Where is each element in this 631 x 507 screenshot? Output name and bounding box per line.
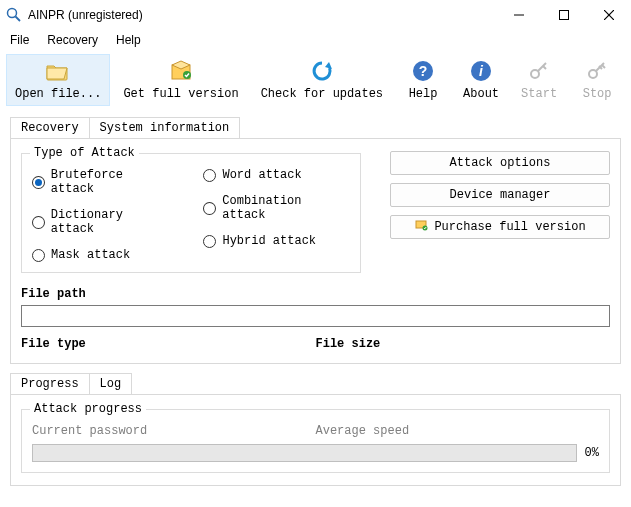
toolbar-get-full-version-label: Get full version bbox=[123, 87, 238, 101]
package-icon bbox=[167, 59, 195, 83]
radio-mask-attack[interactable]: Mask attack bbox=[32, 248, 171, 262]
toolbar-open-file-button[interactable]: Open file... bbox=[6, 54, 110, 106]
file-size-label: File size bbox=[316, 337, 611, 351]
toolbar-stop-button[interactable]: Stop bbox=[570, 54, 624, 106]
radio-word-label: Word attack bbox=[222, 168, 301, 182]
progress-bar bbox=[32, 444, 577, 462]
radio-dictionary-label: Dictionary attack bbox=[51, 208, 172, 236]
key-stop-icon bbox=[583, 59, 611, 83]
tab-log[interactable]: Log bbox=[89, 373, 133, 394]
tab-recovery[interactable]: Recovery bbox=[10, 117, 90, 138]
toolbar-check-updates-label: Check for updates bbox=[261, 87, 383, 101]
window-titlebar: AINPR (unregistered) bbox=[0, 0, 631, 30]
window-title: AINPR (unregistered) bbox=[28, 8, 143, 22]
device-manager-label: Device manager bbox=[450, 188, 551, 202]
radio-combination-label: Combination attack bbox=[222, 194, 350, 222]
bottom-tabstrip: Progress Log bbox=[10, 372, 621, 394]
tab-progress[interactable]: Progress bbox=[10, 373, 90, 394]
toolbar-stop-label: Stop bbox=[583, 87, 612, 101]
toolbar-start-button[interactable]: Start bbox=[512, 54, 566, 106]
svg-text:?: ? bbox=[419, 63, 428, 79]
cart-icon bbox=[414, 218, 428, 236]
toolbar-check-updates-button[interactable]: Check for updates bbox=[252, 54, 392, 106]
type-of-attack-group: Type of Attack Bruteforce attack Diction… bbox=[21, 153, 361, 273]
svg-point-0 bbox=[8, 9, 17, 18]
radio-dictionary-attack[interactable]: Dictionary attack bbox=[32, 208, 171, 236]
key-start-icon bbox=[525, 59, 553, 83]
toolbar-start-label: Start bbox=[521, 87, 557, 101]
attack-options-button[interactable]: Attack options bbox=[390, 151, 610, 175]
radio-hybrid-label: Hybrid attack bbox=[222, 234, 316, 248]
svg-line-1 bbox=[16, 17, 21, 22]
file-type-label: File type bbox=[21, 337, 316, 351]
file-path-input[interactable] bbox=[21, 305, 610, 327]
radio-combination-attack[interactable]: Combination attack bbox=[203, 194, 350, 222]
toolbar: Open file... Get full version Check for … bbox=[0, 50, 631, 110]
refresh-icon bbox=[308, 59, 336, 83]
recovery-tab-panel: Type of Attack Bruteforce attack Diction… bbox=[10, 138, 621, 364]
svg-rect-3 bbox=[559, 11, 568, 20]
svg-point-17 bbox=[589, 70, 597, 78]
attack-progress-group: Attack progress Current password Average… bbox=[21, 409, 610, 473]
toolbar-help-button[interactable]: ? Help bbox=[396, 54, 450, 106]
radio-bruteforce-label: Bruteforce attack bbox=[51, 168, 172, 196]
svg-line-20 bbox=[602, 65, 605, 68]
svg-marker-9 bbox=[325, 62, 332, 69]
file-path-label: File path bbox=[21, 287, 610, 301]
window-maximize-button[interactable] bbox=[541, 0, 586, 30]
menu-recovery[interactable]: Recovery bbox=[39, 31, 106, 49]
main-tabstrip: Recovery System information bbox=[10, 116, 621, 138]
type-of-attack-legend: Type of Attack bbox=[30, 146, 139, 160]
app-icon bbox=[6, 7, 22, 23]
toolbar-help-label: Help bbox=[409, 87, 438, 101]
svg-point-14 bbox=[531, 70, 539, 78]
attack-progress-legend: Attack progress bbox=[30, 402, 146, 416]
toolbar-about-button[interactable]: i About bbox=[454, 54, 508, 106]
radio-bruteforce-attack[interactable]: Bruteforce attack bbox=[32, 168, 171, 196]
window-minimize-button[interactable] bbox=[496, 0, 541, 30]
purchase-full-version-button[interactable]: Purchase full version bbox=[390, 215, 610, 239]
tab-system-information[interactable]: System information bbox=[89, 117, 241, 138]
attack-options-label: Attack options bbox=[450, 156, 551, 170]
folder-open-icon bbox=[44, 59, 72, 83]
toolbar-about-label: About bbox=[463, 87, 499, 101]
toolbar-open-file-label: Open file... bbox=[15, 87, 101, 101]
radio-word-attack[interactable]: Word attack bbox=[203, 168, 350, 182]
info-icon: i bbox=[467, 59, 495, 83]
menu-help[interactable]: Help bbox=[108, 31, 149, 49]
toolbar-get-full-version-button[interactable]: Get full version bbox=[114, 54, 247, 106]
help-icon: ? bbox=[409, 59, 437, 83]
radio-mask-label: Mask attack bbox=[51, 248, 130, 262]
average-speed-label: Average speed bbox=[316, 424, 600, 438]
device-manager-button[interactable]: Device manager bbox=[390, 183, 610, 207]
progress-tab-panel: Attack progress Current password Average… bbox=[10, 394, 621, 486]
progress-percent: 0% bbox=[585, 446, 599, 460]
purchase-full-version-label: Purchase full version bbox=[434, 220, 585, 234]
svg-line-16 bbox=[543, 66, 546, 69]
radio-hybrid-attack[interactable]: Hybrid attack bbox=[203, 234, 350, 248]
window-close-button[interactable] bbox=[586, 0, 631, 30]
current-password-label: Current password bbox=[32, 424, 316, 438]
menu-bar: File Recovery Help bbox=[0, 30, 631, 50]
menu-file[interactable]: File bbox=[2, 31, 37, 49]
